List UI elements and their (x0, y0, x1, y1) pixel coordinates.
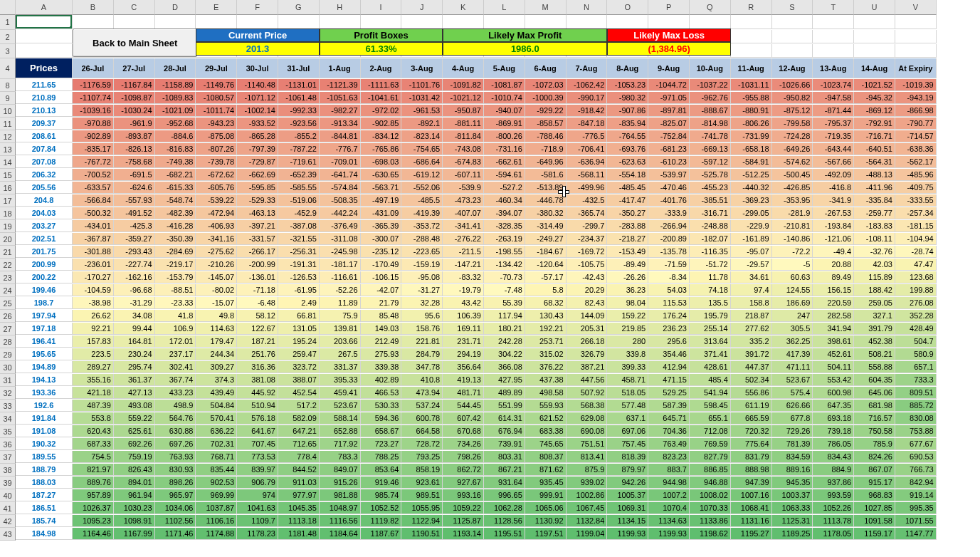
payoff-cell[interactable]: -1062.42 (567, 79, 608, 91)
payoff-cell[interactable]: 889.16 (772, 464, 813, 476)
payoff-cell[interactable]: 871.62 (525, 464, 567, 476)
payoff-cell[interactable]: -104.59 (73, 284, 114, 296)
payoff-cell[interactable]: 276.08 (895, 297, 937, 309)
payoff-cell[interactable]: -529.33 (237, 194, 278, 207)
payoff-cell[interactable]: 537.24 (401, 400, 443, 412)
payoff-cell[interactable]: -724.28 (772, 130, 813, 142)
payoff-cell[interactable]: -855.2 (278, 130, 320, 142)
empty-cell[interactable] (648, 15, 690, 29)
date-header[interactable]: 26-Jul (73, 58, 114, 78)
payoff-cell[interactable]: 915.26 (320, 477, 361, 489)
payoff-cell[interactable]: 558.88 (854, 361, 895, 373)
payoff-cell[interactable]: 947.39 (731, 477, 772, 489)
payoff-cell[interactable]: 821.97 (73, 464, 114, 476)
payoff-cell[interactable]: -181.15 (895, 220, 937, 232)
payoff-cell[interactable]: -380.32 (525, 207, 567, 219)
payoff-cell[interactable]: 1113.78 (813, 515, 854, 527)
payoff-cell[interactable]: 412.94 (648, 361, 690, 373)
payoff-cell[interactable]: 188.42 (854, 284, 895, 296)
payoff-cell[interactable]: 1195.51 (484, 528, 525, 540)
column-header[interactable]: M (525, 0, 567, 15)
payoff-cell[interactable]: 944.98 (648, 477, 690, 489)
payoff-cell[interactable]: -28.74 (895, 246, 937, 258)
payoff-cell[interactable]: 66.81 (278, 310, 320, 322)
price-cell[interactable]: 194.13 (16, 374, 73, 386)
payoff-cell[interactable]: 159.22 (607, 310, 648, 322)
payoff-cell[interactable]: -961.9 (114, 118, 155, 130)
payoff-cell[interactable]: 402.89 (361, 374, 402, 386)
payoff-cell[interactable]: -563.71 (361, 182, 402, 194)
payoff-cell[interactable]: -682.21 (155, 169, 196, 181)
payoff-cell[interactable]: -950.82 (772, 92, 813, 104)
payoff-cell[interactable]: 282.58 (813, 310, 854, 322)
payoff-cell[interactable]: 131.05 (278, 323, 320, 335)
price-cell[interactable]: 184.98 (16, 528, 73, 540)
payoff-cell[interactable]: 517.2 (278, 400, 320, 412)
payoff-cell[interactable]: -1039.16 (73, 105, 114, 117)
payoff-cell[interactable]: 176.24 (648, 310, 690, 322)
payoff-cell[interactable]: 231.71 (443, 335, 484, 348)
payoff-cell[interactable]: 670.68 (443, 425, 484, 437)
payoff-cell[interactable]: 32.28 (401, 297, 443, 309)
payoff-cell[interactable]: 95.6 (401, 310, 443, 322)
payoff-cell[interactable]: -913.34 (320, 118, 361, 130)
row-number[interactable]: 35 (0, 425, 16, 438)
payoff-cell[interactable]: -641.74 (320, 169, 361, 181)
back-to-main-button[interactable]: Back to Main Sheet (73, 28, 197, 57)
row-number[interactable]: 16 (0, 182, 16, 194)
price-cell[interactable]: 196.41 (16, 335, 73, 348)
payoff-cell[interactable]: -500.32 (73, 207, 114, 219)
price-cell[interactable]: 188.79 (16, 464, 73, 476)
payoff-cell[interactable]: 1134.15 (607, 515, 648, 527)
payoff-cell[interactable]: 1147.77 (895, 528, 937, 540)
payoff-cell[interactable]: 11.78 (690, 271, 731, 283)
payoff-cell[interactable]: -519.06 (278, 194, 320, 207)
payoff-cell[interactable]: -159.19 (401, 259, 443, 271)
payoff-cell[interactable]: -574.84 (320, 182, 361, 194)
payoff-cell[interactable]: -918.42 (567, 105, 608, 117)
payoff-cell[interactable]: -57.17 (525, 271, 567, 283)
payoff-cell[interactable]: -649.26 (772, 143, 813, 155)
payoff-cell[interactable]: 149.03 (361, 323, 402, 335)
payoff-cell[interactable]: -145.07 (196, 271, 237, 283)
payoff-cell[interactable]: -552.06 (401, 182, 443, 194)
payoff-cell[interactable]: 445.92 (237, 387, 278, 399)
payoff-cell[interactable]: 763.49 (648, 438, 690, 450)
payoff-cell[interactable]: -945.32 (854, 92, 895, 104)
payoff-cell[interactable]: 974 (237, 489, 278, 501)
price-cell[interactable]: 191.84 (16, 412, 73, 425)
payoff-cell[interactable]: -275.62 (196, 246, 237, 258)
payoff-cell[interactable]: -662.61 (484, 156, 525, 168)
payoff-cell[interactable]: -32.76 (854, 246, 895, 258)
payoff-cell[interactable]: 858.19 (401, 464, 443, 476)
payoff-cell[interactable]: -1031.11 (731, 79, 772, 91)
payoff-cell[interactable]: -866.98 (895, 105, 937, 117)
payoff-cell[interactable]: -311.08 (320, 233, 361, 245)
payoff-cell[interactable]: -1053.23 (607, 79, 648, 91)
payoff-cell[interactable]: 331.37 (320, 361, 361, 373)
payoff-cell[interactable]: -929.22 (525, 105, 567, 117)
payoff-cell[interactable]: -183.83 (854, 220, 895, 232)
payoff-cell[interactable]: -51.72 (690, 259, 731, 271)
payoff-cell[interactable]: 690.53 (895, 451, 937, 463)
payoff-cell[interactable]: -256.31 (278, 246, 320, 258)
payoff-cell[interactable]: 625.61 (114, 425, 155, 437)
payoff-cell[interactable]: -574.62 (772, 156, 813, 168)
payoff-cell[interactable]: 68.32 (525, 297, 567, 309)
payoff-cell[interactable]: 1190.51 (401, 528, 443, 540)
payoff-cell[interactable]: 862.72 (443, 464, 484, 476)
payoff-cell[interactable]: 180.21 (484, 323, 525, 335)
row-number[interactable]: 24 (0, 284, 16, 297)
payoff-cell[interactable]: 58.12 (237, 310, 278, 322)
payoff-cell[interactable]: -170.49 (361, 259, 402, 271)
payoff-cell[interactable]: 588.14 (320, 412, 361, 425)
date-header[interactable]: 3-Aug (401, 58, 443, 78)
column-header[interactable]: T (813, 0, 854, 15)
payoff-cell[interactable]: 471.15 (648, 374, 690, 386)
payoff-cell[interactable]: 1189.25 (772, 528, 813, 540)
payoff-cell[interactable]: 489.89 (484, 387, 525, 399)
payoff-cell[interactable]: 645.71 (648, 412, 690, 425)
payoff-cell[interactable]: 1159.17 (854, 528, 895, 540)
payoff-cell[interactable]: 2.49 (278, 297, 320, 309)
payoff-cell[interactable]: 697.26 (155, 438, 196, 450)
